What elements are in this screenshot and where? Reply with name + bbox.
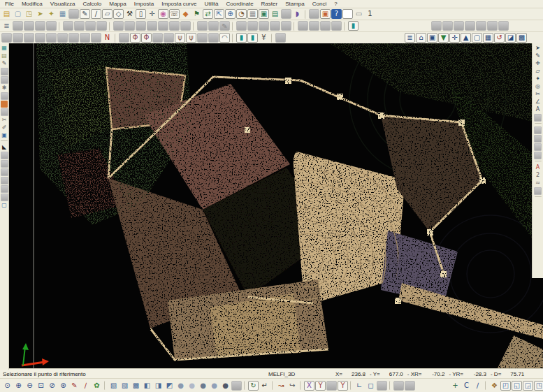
sep[interactable]: [232, 22, 234, 31]
view-back-icon[interactable]: ◩: [164, 381, 175, 391]
disabled-icon[interactable]: [534, 152, 542, 159]
mini-pillar-icon[interactable]: ψ: [175, 33, 185, 43]
snap-icon[interactable]: ◎: [535, 83, 542, 90]
disabled-icon[interactable]: [309, 9, 319, 19]
disabled-icon[interactable]: [377, 381, 387, 391]
zoom-tool-icon[interactable]: ⊕: [225, 9, 236, 19]
sep[interactable]: [350, 381, 352, 390]
disabled-icon[interactable]: [393, 381, 404, 391]
pad[interactable]: [528, 33, 543, 43]
sep[interactable]: [535, 123, 542, 125]
menu-modifica[interactable]: Modifica: [18, 1, 46, 7]
pencil-icon[interactable]: ✎: [1, 60, 8, 67]
shade-sphere-icon[interactable]: ●: [187, 381, 197, 391]
sep[interactable]: [244, 381, 246, 390]
pen-icon[interactable]: ✎: [69, 381, 80, 391]
zoom-out-icon[interactable]: ⊖: [24, 381, 35, 391]
sep[interactable]: [535, 161, 542, 163]
disabled-icon[interactable]: [35, 21, 45, 31]
disabled-icon[interactable]: [326, 381, 337, 391]
disabled-icon[interactable]: [147, 21, 157, 31]
disabled-icon[interactable]: [164, 33, 174, 43]
section-pillar-icon[interactable]: Φ: [130, 33, 140, 43]
disabled-icon[interactable]: [281, 9, 291, 19]
axis-y2-icon[interactable]: Y: [338, 381, 348, 391]
menu-calcolo[interactable]: Calcolo: [80, 1, 106, 7]
disabled-icon[interactable]: [454, 21, 464, 31]
viewport-4-icon[interactable]: ◳: [534, 381, 543, 391]
disabled-icon[interactable]: [270, 21, 280, 31]
blue-box-icon[interactable]: ▣: [1, 132, 8, 139]
phone-icon[interactable]: ☏: [169, 9, 180, 19]
disabled-icon[interactable]: [197, 33, 208, 43]
pencil-icon[interactable]: ✎: [535, 52, 542, 59]
push[interactable]: [393, 33, 404, 43]
help-icon[interactable]: ?: [331, 9, 342, 19]
view-top-icon[interactable]: ▨: [120, 381, 130, 391]
notes-icon[interactable]: ◗: [292, 9, 303, 19]
disabled-icon[interactable]: [57, 33, 68, 43]
sep[interactable]: [59, 22, 61, 31]
disabled-icon[interactable]: [74, 21, 85, 31]
sep[interactable]: [300, 381, 302, 390]
viewport-2-icon[interactable]: ◱: [512, 381, 522, 391]
menu-visualizza[interactable]: Visualizza: [47, 1, 79, 7]
menu-raster[interactable]: Raster: [258, 1, 282, 7]
copy-view-icon[interactable]: ▩: [516, 33, 527, 43]
pan-hand-icon[interactable]: ❖: [489, 381, 500, 391]
sep[interactable]: [344, 22, 346, 31]
node-icon[interactable]: ✦: [535, 75, 542, 82]
polygon-icon[interactable]: ▢: [472, 33, 482, 43]
ucs-icon[interactable]: ∟: [354, 381, 365, 391]
mini-pillar-icon[interactable]: ψ: [186, 33, 196, 43]
sep[interactable]: [294, 22, 296, 31]
scale-2x-icon[interactable]: 2: [535, 172, 542, 179]
calc-icon[interactable]: ▣: [259, 9, 269, 19]
disabled-icon[interactable]: [259, 21, 269, 31]
cross-icon[interactable]: ✛: [147, 9, 157, 19]
disabled-icon[interactable]: [80, 33, 90, 43]
disabled-pencil-icon[interactable]: ✎: [219, 21, 230, 31]
disabled-icon[interactable]: [476, 21, 486, 31]
disabled-icon[interactable]: [1, 177, 8, 184]
menu-file[interactable]: File: [1, 1, 17, 7]
monitor-icon[interactable]: ▦: [57, 9, 68, 19]
arch-icon[interactable]: ◠: [219, 33, 230, 43]
disabled-icon[interactable]: [320, 21, 331, 31]
disabled-icon[interactable]: [298, 21, 308, 31]
north-mark-icon[interactable]: ◣: [1, 144, 8, 151]
disabled-icon[interactable]: [85, 21, 96, 31]
select-icon[interactable]: ➤: [35, 9, 45, 19]
edit-node-icon[interactable]: ◇: [113, 9, 124, 19]
menu-coordinate[interactable]: Coordinate: [222, 1, 256, 7]
push[interactable]: [420, 21, 430, 31]
plotter-icon[interactable]: ⚒: [124, 9, 135, 19]
disabled-icon[interactable]: [431, 21, 442, 31]
return-icon[interactable]: ↵: [259, 381, 270, 391]
line-icon[interactable]: ∕: [80, 381, 91, 391]
cut-icon[interactable]: ✂: [1, 117, 8, 124]
database-icon[interactable]: ▮: [348, 21, 359, 31]
disabled-icon[interactable]: [1, 160, 8, 168]
orientation-icon[interactable]: ↺: [494, 33, 505, 43]
disabled-icon[interactable]: [208, 33, 219, 43]
survey-station-icon[interactable]: ⌂: [416, 33, 426, 43]
menu-help[interactable]: ?: [331, 1, 340, 7]
menu-conci[interactable]: Conci: [309, 1, 330, 7]
scale-approx-icon[interactable]: ≈: [535, 180, 542, 187]
zoom-select-icon[interactable]: ⊙: [2, 381, 13, 391]
disabled-icon[interactable]: [236, 21, 247, 31]
swap-icon[interactable]: ⇄: [203, 9, 213, 19]
bell-icon[interactable]: ◆: [180, 9, 191, 19]
pages-icon[interactable]: ≣: [1, 21, 12, 31]
survey-codes-icon[interactable]: ≣: [405, 33, 415, 43]
disabled-icon[interactable]: [498, 21, 509, 31]
open-project-icon[interactable]: ▤: [1, 9, 12, 19]
sep[interactable]: [115, 34, 117, 43]
ruler-icon[interactable]: ▯: [136, 9, 146, 19]
zoom-extents-icon[interactable]: ⊛: [58, 381, 68, 391]
edit-points-icon[interactable]: ✎: [80, 9, 90, 19]
disabled-icon[interactable]: [1, 68, 8, 75]
disabled-icon[interactable]: [158, 21, 168, 31]
disabled-icon[interactable]: [331, 21, 342, 31]
